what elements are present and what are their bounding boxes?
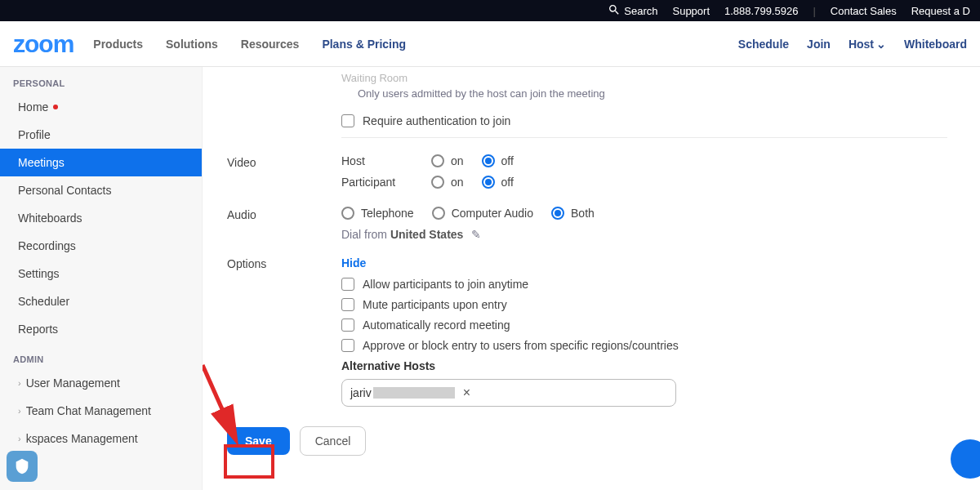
audio-both-radio[interactable]: [551, 207, 564, 220]
dial-country: United States: [390, 228, 463, 241]
notification-dot-icon: [53, 105, 58, 109]
alt-host-chip-text: jariv: [350, 386, 372, 399]
hide-options-link[interactable]: Hide: [341, 256, 366, 270]
search-icon: [608, 3, 624, 19]
separator: |: [813, 5, 815, 17]
sidebar-item-recordings[interactable]: Recordings: [0, 232, 202, 260]
nav-products[interactable]: Products: [93, 38, 143, 51]
sidebar-item-reports[interactable]: Reports: [0, 315, 202, 343]
nav-plans[interactable]: Plans & Pricing: [322, 38, 406, 51]
waiting-room-label: Waiting Room: [341, 67, 947, 84]
nav-whiteboard[interactable]: Whiteboard: [904, 38, 967, 51]
top-utility-bar: Search Support 1.888.799.5926 | Contact …: [0, 0, 980, 21]
join-anytime-checkbox[interactable]: [341, 278, 354, 291]
audio-computer-radio[interactable]: [432, 207, 445, 220]
chevron-right-icon: ›: [18, 434, 21, 443]
remove-chip-icon[interactable]: ×: [463, 385, 470, 400]
chevron-down-icon: ⌄: [876, 38, 886, 51]
host-video-on-radio[interactable]: [431, 154, 444, 167]
sidebar-item-workspaces[interactable]: ›kspaces Management: [0, 425, 202, 452]
sidebar-item-profile[interactable]: Profile: [0, 121, 202, 149]
search-label: Search: [624, 5, 657, 17]
alt-hosts-input[interactable]: jariv ×: [341, 379, 676, 407]
nav-schedule[interactable]: Schedule: [738, 38, 789, 51]
sidebar: PERSONAL Home Profile Meetings Personal …: [0, 67, 203, 490]
main-nav-bar: zoom Products Solutions Resources Plans …: [0, 21, 980, 67]
nav-solutions[interactable]: Solutions: [166, 38, 218, 51]
nav-resources[interactable]: Resources: [241, 38, 300, 51]
sidebar-item-team-chat[interactable]: ›Team Chat Management: [0, 397, 202, 425]
nav-host[interactable]: Host⌄: [849, 38, 886, 51]
participant-video-on-radio[interactable]: [431, 176, 444, 189]
request-demo-link[interactable]: Request a D: [911, 5, 970, 17]
audio-telephone-radio[interactable]: [341, 207, 354, 220]
video-section-label: Video: [227, 154, 341, 169]
search-link[interactable]: Search: [608, 3, 657, 19]
sidebar-item-user-mgmt[interactable]: ›User Management: [0, 369, 202, 397]
sidebar-item-contacts[interactable]: Personal Contacts: [0, 176, 202, 204]
audio-section-label: Audio: [227, 207, 341, 221]
region-block-checkbox[interactable]: [341, 339, 354, 352]
sidebar-section-personal: PERSONAL: [0, 67, 202, 93]
sidebar-section-admin: ADMIN: [0, 343, 202, 369]
support-link[interactable]: Support: [672, 5, 710, 17]
sidebar-item-whiteboards[interactable]: Whiteboards: [0, 204, 202, 232]
require-auth-label: Require authentication to join: [363, 114, 510, 127]
require-auth-checkbox[interactable]: [341, 114, 354, 127]
options-section-label: Options: [227, 256, 341, 270]
sidebar-item-meetings[interactable]: Meetings: [0, 149, 202, 176]
shield-badge-icon[interactable]: [7, 451, 38, 482]
contact-sales-link[interactable]: Contact Sales: [831, 5, 897, 17]
cancel-button[interactable]: Cancel: [300, 426, 367, 456]
waiting-room-description: Only users admitted by the host can join…: [358, 87, 947, 100]
dial-from-row: Dial from United States ✎: [341, 228, 947, 241]
nav-join[interactable]: Join: [807, 38, 831, 51]
participant-video-label: Participant: [341, 176, 431, 189]
phone-label: 1.888.799.5926: [724, 5, 798, 17]
chevron-right-icon: ›: [18, 406, 21, 416]
host-video-label: Host: [341, 154, 431, 167]
participant-video-off-radio[interactable]: [482, 176, 495, 189]
chevron-right-icon: ›: [18, 378, 21, 388]
edit-dial-country-icon[interactable]: ✎: [471, 228, 481, 241]
save-button[interactable]: Save: [227, 427, 290, 455]
sidebar-item-home[interactable]: Home: [0, 93, 202, 121]
zoom-logo[interactable]: zoom: [13, 30, 74, 58]
mute-entry-checkbox[interactable]: [341, 298, 354, 311]
sidebar-item-settings[interactable]: Settings: [0, 260, 202, 287]
auto-record-checkbox[interactable]: [341, 318, 354, 332]
alt-hosts-label: Alternative Hosts: [341, 359, 947, 372]
sidebar-item-scheduler[interactable]: Scheduler: [0, 287, 202, 315]
meeting-form: Waiting Room Only users admitted by the …: [203, 67, 980, 490]
divider: [341, 137, 947, 138]
redacted-mask: [373, 387, 455, 399]
host-video-off-radio[interactable]: [482, 154, 495, 167]
